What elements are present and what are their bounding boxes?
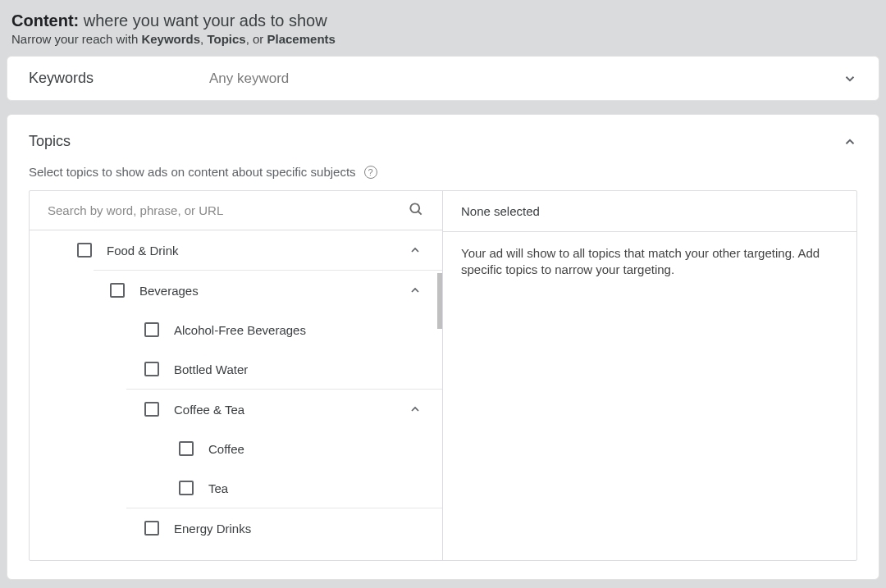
keywords-label: Keywords <box>29 70 209 87</box>
chevron-down-icon <box>843 71 857 86</box>
checkbox[interactable] <box>179 481 194 495</box>
sub-keywords: Keywords <box>141 32 200 46</box>
search-icon[interactable] <box>408 201 424 220</box>
content-header: Content: where you want your ads to show… <box>7 8 879 56</box>
checkbox[interactable] <box>144 402 159 417</box>
sub-topics: Topics <box>207 32 245 46</box>
keywords-card[interactable]: Keywords Any keyword <box>7 56 879 101</box>
topics-label: Topics <box>29 133 71 150</box>
topic-row-alcohol-free[interactable]: Alcohol-Free Beverages <box>30 310 442 349</box>
topics-header-row[interactable]: Topics <box>29 133 857 150</box>
topics-description-row: Select topics to show ads on content abo… <box>29 165 857 179</box>
topics-tree[interactable]: Food & Drink Beverages Alcohol-Free Beve… <box>30 230 442 560</box>
content-title: Content: where you want your ads to show <box>11 11 875 30</box>
topics-search-input[interactable] <box>48 203 408 217</box>
chevron-up-icon[interactable] <box>408 283 422 298</box>
topic-label: Coffee & Tea <box>174 403 408 417</box>
content-subtitle: Narrow your reach with Keywords, Topics,… <box>11 32 875 46</box>
chevron-up-icon <box>843 134 857 149</box>
topic-row-bottled-water[interactable]: Bottled Water <box>30 349 442 389</box>
content-title-rest: where you want your ads to show <box>79 11 327 30</box>
topics-browser: Food & Drink Beverages Alcohol-Free Beve… <box>29 190 857 561</box>
svg-line-1 <box>418 212 422 215</box>
topics-right-pane: None selected Your ad will show to all t… <box>443 191 856 560</box>
help-icon[interactable]: ? <box>364 166 377 179</box>
chevron-up-icon[interactable] <box>408 402 422 417</box>
chevron-up-icon[interactable] <box>408 243 422 258</box>
topic-row-energy-drinks[interactable]: Energy Drinks <box>30 508 442 548</box>
topics-card: Topics Select topics to show ads on cont… <box>7 114 879 580</box>
topics-selected-header: None selected <box>443 191 856 232</box>
checkbox[interactable] <box>144 521 159 536</box>
topics-search-row <box>30 191 442 230</box>
content-title-bold: Content: <box>11 11 79 30</box>
keywords-value: Any keyword <box>209 71 843 87</box>
checkbox[interactable] <box>144 322 159 337</box>
topic-row-food-drink[interactable]: Food & Drink <box>30 230 442 270</box>
topic-label: Energy Drinks <box>174 522 426 536</box>
checkbox[interactable] <box>144 362 159 376</box>
topic-label: Coffee <box>208 442 426 456</box>
topic-row-coffee[interactable]: Coffee <box>30 429 442 468</box>
topic-row-beverages[interactable]: Beverages <box>30 271 442 310</box>
topics-description: Select topics to show ads on content abo… <box>29 165 356 179</box>
checkbox[interactable] <box>77 243 92 258</box>
checkbox[interactable] <box>110 283 125 298</box>
scrollbar-thumb[interactable] <box>437 273 442 329</box>
topic-label: Beverages <box>139 284 408 298</box>
topic-row-tea[interactable]: Tea <box>30 468 442 508</box>
checkbox[interactable] <box>179 441 194 456</box>
topic-label: Bottled Water <box>174 362 426 376</box>
topics-left-pane: Food & Drink Beverages Alcohol-Free Beve… <box>30 191 443 560</box>
topic-label: Alcohol-Free Beverages <box>174 323 426 337</box>
topic-label: Tea <box>208 481 426 495</box>
topic-label: Food & Drink <box>107 244 408 258</box>
sub-placements: Placements <box>267 32 336 46</box>
topic-row-coffee-tea[interactable]: Coffee & Tea <box>30 390 442 429</box>
topics-hint-text: Your ad will show to all topics that mat… <box>443 232 856 292</box>
